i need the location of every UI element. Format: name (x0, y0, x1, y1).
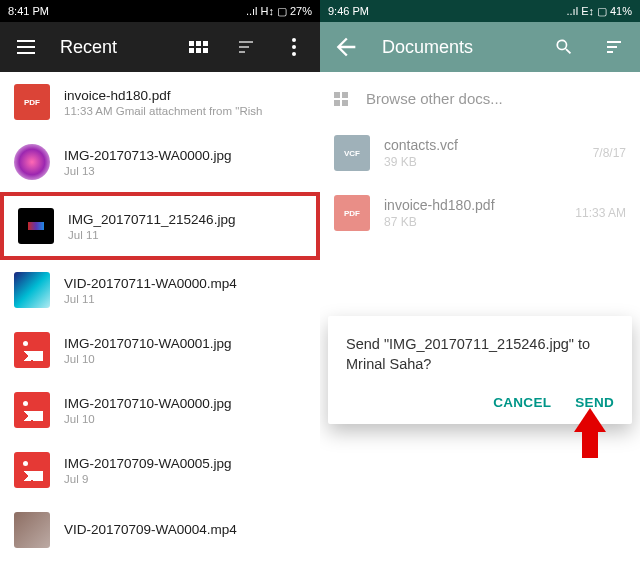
page-title: Documents (382, 37, 528, 58)
file-thumbnail-icon (14, 332, 50, 368)
file-meta: Jul 10 (64, 353, 306, 365)
document-thumbnail-icon: PDF (334, 195, 370, 231)
file-picker-screen: 8:41 PM ..ıl H↕ ▢ 27% Recent PDF (0, 0, 320, 567)
file-thumbnail-icon (14, 144, 50, 180)
file-list[interactable]: PDF invoice-hd180.pdf 11:33 AM Gmail att… (0, 72, 320, 567)
file-row[interactable]: IMG-20170710-WA0000.jpg Jul 10 (0, 380, 320, 440)
cancel-button[interactable]: CANCEL (493, 395, 551, 410)
file-name: IMG-20170709-WA0005.jpg (64, 456, 306, 471)
file-row[interactable]: IMG_20170711_215246.jpg Jul 11 (0, 192, 320, 260)
file-row[interactable]: VID-20170711-WA0000.mp4 Jul 11 (0, 260, 320, 320)
document-thumbnail-icon: VCF (334, 135, 370, 171)
document-name: invoice-hd180.pdf (384, 197, 561, 213)
network-type-icon: E↕ (581, 5, 594, 17)
sort-icon (607, 41, 621, 53)
more-vert-icon (292, 38, 296, 56)
battery-percent: 27% (290, 5, 312, 17)
file-thumbnail-icon (18, 208, 54, 244)
network-type-icon: H↕ (261, 5, 274, 17)
document-row[interactable]: PDF invoice-hd180.pdf 87 KB 11:33 AM (320, 185, 640, 245)
document-size: 87 KB (384, 215, 561, 229)
file-row[interactable]: PDF invoice-hd180.pdf 11:33 AM Gmail att… (0, 72, 320, 132)
search-icon (554, 37, 574, 57)
overflow-menu-button[interactable] (280, 33, 308, 61)
documents-body: Browse other docs... VCF contacts.vcf 39… (320, 72, 640, 567)
signal-icon: ..ıl (567, 5, 579, 17)
signal-icon: ..ıl (246, 5, 258, 17)
clock: 9:46 PM (328, 5, 369, 17)
file-meta: Jul 11 (64, 293, 306, 305)
battery-icon: ▢ (277, 5, 287, 18)
file-thumbnail-icon (14, 392, 50, 428)
browse-label: Browse other docs... (366, 90, 503, 107)
whatsapp-documents-screen: 9:46 PM ..ıl E↕ ▢ 41% Documents (320, 0, 640, 567)
document-row[interactable]: VCF contacts.vcf 39 KB 7/8/17 (320, 125, 640, 185)
file-meta: Jul 10 (64, 413, 306, 425)
app-bar: Documents (320, 22, 640, 72)
battery-percent: 41% (610, 5, 632, 17)
send-confirmation-dialog: Send "IMG_20170711_215246.jpg" to Mrinal… (328, 316, 632, 424)
clock: 8:41 PM (8, 5, 49, 17)
sort-button[interactable] (232, 33, 260, 61)
file-thumbnail-icon (14, 452, 50, 488)
send-button[interactable]: SEND (575, 395, 614, 410)
file-row[interactable]: IMG-20170709-WA0005.jpg Jul 9 (0, 440, 320, 500)
file-name: IMG-20170710-WA0000.jpg (64, 396, 306, 411)
dialog-message: Send "IMG_20170711_215246.jpg" to Mrinal… (346, 334, 614, 375)
search-button[interactable] (550, 33, 578, 61)
hamburger-menu-button[interactable] (12, 33, 40, 61)
file-meta: 11:33 AM Gmail attachment from "Rish (64, 105, 306, 117)
file-name: IMG_20170711_215246.jpg (68, 212, 302, 227)
file-name: IMG-20170713-WA0000.jpg (64, 148, 306, 163)
sort-icon (239, 41, 253, 53)
file-meta: Jul 11 (68, 229, 302, 241)
document-date: 11:33 AM (575, 206, 626, 220)
back-button[interactable] (332, 33, 360, 61)
file-row[interactable]: IMG-20170713-WA0000.jpg Jul 13 (0, 132, 320, 192)
sort-button[interactable] (600, 33, 628, 61)
document-name: contacts.vcf (384, 137, 579, 153)
document-date: 7/8/17 (593, 146, 626, 160)
file-meta: Jul 9 (64, 473, 306, 485)
file-row[interactable]: IMG-20170710-WA0001.jpg Jul 10 (0, 320, 320, 380)
back-arrow-icon (332, 33, 360, 61)
battery-icon: ▢ (597, 5, 607, 18)
status-bar: 9:46 PM ..ıl E↕ ▢ 41% (320, 0, 640, 22)
app-bar: Recent (0, 22, 320, 72)
browse-grid-icon (334, 92, 348, 106)
page-title: Recent (60, 37, 164, 58)
grid-view-icon (189, 41, 208, 53)
file-name: VID-20170711-WA0000.mp4 (64, 276, 306, 291)
file-thumbnail-icon (14, 512, 50, 548)
hamburger-icon (17, 40, 35, 54)
status-bar: 8:41 PM ..ıl H↕ ▢ 27% (0, 0, 320, 22)
view-toggle-button[interactable] (184, 33, 212, 61)
file-name: VID-20170709-WA0004.mp4 (64, 522, 306, 537)
file-name: invoice-hd180.pdf (64, 88, 306, 103)
file-row[interactable]: VID-20170709-WA0004.mp4 (0, 500, 320, 560)
file-thumbnail-icon: PDF (14, 84, 50, 120)
file-thumbnail-icon (14, 272, 50, 308)
file-name: IMG-20170710-WA0001.jpg (64, 336, 306, 351)
browse-other-docs-row[interactable]: Browse other docs... (320, 72, 640, 125)
file-meta: Jul 13 (64, 165, 306, 177)
document-size: 39 KB (384, 155, 579, 169)
